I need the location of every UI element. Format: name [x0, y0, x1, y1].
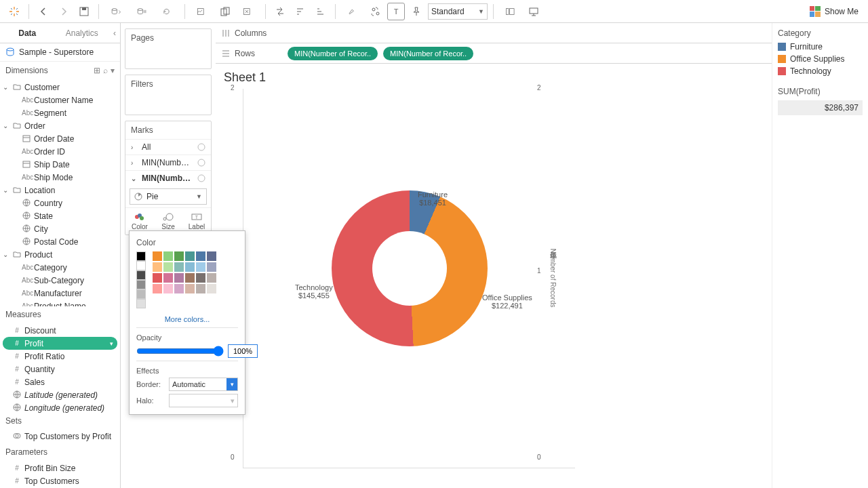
tree-field[interactable]: AbcOrder ID	[0, 145, 120, 158]
filters-card[interactable]: Filters	[125, 75, 212, 115]
tree-field[interactable]: #Top Customers	[0, 474, 120, 487]
legend-item[interactable]: Office Supplies	[778, 53, 863, 65]
columns-shelf[interactable]: Columns	[216, 23, 772, 43]
color-swatch[interactable]	[174, 262, 184, 272]
tree-field[interactable]: AbcShip Mode	[0, 171, 120, 184]
color-swatch[interactable]	[136, 280, 146, 289]
pause-updates-icon[interactable]	[130, 3, 153, 20]
halo-dropdown[interactable]: ▾	[169, 394, 238, 407]
pin-icon[interactable]	[408, 3, 425, 20]
color-swatch[interactable]	[207, 262, 216, 272]
show-me-button[interactable]: Show Me	[806, 6, 863, 17]
tree-field[interactable]: Postal Code	[0, 235, 120, 248]
donut-chart[interactable]	[332, 190, 488, 346]
tree-folder[interactable]: ⌄Location	[0, 184, 120, 197]
color-swatch[interactable]	[136, 251, 146, 261]
tree-field[interactable]: #Profit Bin Size	[0, 462, 120, 474]
tree-field[interactable]: Country	[0, 197, 120, 209]
color-swatch[interactable]	[163, 273, 173, 283]
color-swatch[interactable]	[174, 251, 184, 261]
text-table-icon[interactable]: T	[387, 3, 405, 20]
new-datasource-icon[interactable]	[104, 3, 127, 20]
datasource-item[interactable]: Sample - Superstore	[0, 43, 120, 62]
sheet-title[interactable]: Sheet 1	[224, 70, 772, 85]
color-swatch[interactable]	[174, 284, 184, 293]
refresh-icon[interactable]	[156, 3, 179, 20]
opacity-input[interactable]	[228, 344, 258, 358]
tree-field[interactable]: AbcSub-Category	[0, 274, 120, 287]
tree-field[interactable]: City	[0, 222, 120, 235]
show-cards-icon[interactable]	[499, 3, 522, 20]
color-swatch[interactable]	[163, 262, 173, 272]
color-swatch[interactable]	[185, 262, 195, 272]
clear-sheet-icon[interactable]	[237, 3, 260, 20]
back-icon[interactable]	[35, 3, 52, 20]
color-swatch[interactable]	[136, 270, 146, 280]
color-swatch[interactable]	[185, 273, 195, 283]
highlight-icon[interactable]	[341, 3, 364, 20]
color-swatch[interactable]	[174, 273, 184, 283]
row-pill[interactable]: MIN(Number of Recor..	[288, 47, 378, 60]
mark-layer-row[interactable]: ›MIN(Numb…	[125, 155, 211, 170]
tree-field[interactable]: #Profit▾	[3, 337, 117, 350]
tab-data[interactable]: Data	[0, 23, 55, 43]
tree-field[interactable]: AbcSegment	[0, 106, 120, 119]
tree-field[interactable]: Longitude (generated)	[0, 401, 120, 413]
tree-field[interactable]: Top Customers by Profit	[0, 430, 120, 443]
fit-dropdown[interactable]: Standard▼	[428, 3, 488, 20]
color-swatch[interactable]	[163, 284, 173, 293]
opacity-slider[interactable]	[136, 346, 224, 357]
row-pill[interactable]: MIN(Number of Recor..	[383, 47, 473, 60]
mark-layer-row[interactable]: ›All	[125, 139, 211, 155]
sort-desc-icon[interactable]	[312, 3, 330, 20]
tree-field[interactable]: #Quantity	[0, 363, 120, 375]
color-swatch[interactable]	[185, 284, 195, 293]
tree-folder[interactable]: ⌄Product	[0, 248, 120, 261]
tree-field[interactable]: #Profit Ratio	[0, 350, 120, 363]
color-swatch[interactable]	[153, 284, 162, 293]
chart-canvas[interactable]: Furniture$18,451 Office Supplies$122,491…	[243, 89, 575, 468]
color-swatch[interactable]	[207, 273, 216, 283]
rows-shelf[interactable]: Rows MIN(Number of Recor.. MIN(Number of…	[216, 43, 772, 64]
tree-field[interactable]: Ship Date	[0, 158, 120, 171]
tab-analytics[interactable]: Analytics	[55, 23, 110, 43]
sort-asc-icon[interactable]	[292, 3, 309, 20]
mark-type-dropdown[interactable]: Pie▼	[130, 188, 207, 205]
color-swatch[interactable]	[196, 262, 205, 272]
tree-field[interactable]: #Discount	[0, 324, 120, 337]
color-swatch[interactable]	[207, 251, 216, 261]
mark-layer-row[interactable]: ⌄MIN(Numb…	[125, 170, 211, 186]
pages-card[interactable]: Pages	[125, 28, 212, 69]
color-swatch[interactable]	[163, 251, 173, 261]
color-swatch[interactable]	[153, 273, 162, 283]
tree-field[interactable]: AbcProduct Name	[0, 300, 120, 306]
view-as-icon[interactable]: ⊞	[94, 66, 100, 75]
tree-folder[interactable]: ⌄Order	[0, 119, 120, 132]
color-swatch[interactable]	[196, 284, 205, 293]
menu-icon[interactable]: ▾	[111, 66, 115, 75]
presentation-icon[interactable]	[525, 3, 542, 20]
tree-field[interactable]: AbcCategory	[0, 261, 120, 274]
color-swatch[interactable]	[185, 251, 195, 261]
duplicate-sheet-icon[interactable]	[216, 3, 234, 20]
border-dropdown[interactable]: Automatic▾	[169, 378, 238, 391]
color-swatch[interactable]	[153, 262, 162, 272]
color-swatch[interactable]	[136, 299, 146, 308]
forward-icon[interactable]	[55, 3, 73, 20]
tree-field[interactable]: #Sales	[0, 375, 120, 388]
legend-item[interactable]: Furniture	[778, 41, 863, 53]
swap-icon[interactable]	[271, 3, 289, 20]
tree-field[interactable]: Order Date	[0, 132, 120, 145]
save-icon[interactable]	[75, 3, 93, 20]
tableau-logo-icon[interactable]	[5, 3, 23, 20]
color-swatch[interactable]	[207, 284, 216, 293]
color-swatch[interactable]	[136, 261, 146, 270]
color-swatch[interactable]	[196, 251, 205, 261]
color-swatch[interactable]	[153, 251, 162, 261]
tree-folder[interactable]: ⌄Customer	[0, 81, 120, 94]
tree-field[interactable]: State	[0, 209, 120, 222]
color-swatch[interactable]	[136, 289, 146, 299]
more-colors-link[interactable]: More colors...	[136, 315, 238, 323]
search-field-icon[interactable]: ⌕	[103, 66, 108, 75]
tree-field[interactable]: AbcManufacturer	[0, 287, 120, 300]
